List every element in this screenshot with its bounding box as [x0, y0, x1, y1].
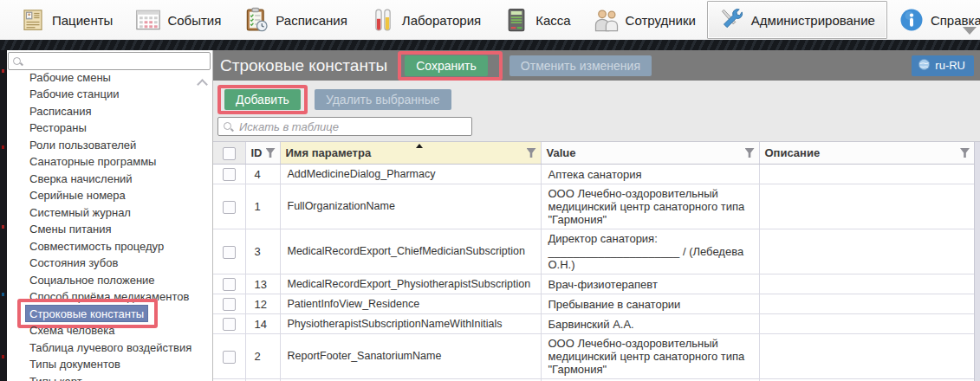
sidebar-item[interactable]: Рабочие станции [7, 86, 212, 103]
table-row[interactable]: 2 ReportFooter_SanatoriumName ООО Лечебн… [213, 334, 975, 379]
column-header-id[interactable]: ID [245, 142, 280, 165]
sidebar-search-input[interactable] [26, 55, 206, 68]
table-row[interactable]: 4 AddMedicineDialog_Pharmacy Аптека сана… [213, 165, 975, 184]
column-label: Описание [765, 146, 821, 159]
main-panel: Строковые константы Сохранить Отменить и… [213, 50, 980, 381]
table-scrollbar[interactable] [974, 142, 980, 381]
toolbar-item-label: Администрирование [751, 13, 875, 28]
table-row[interactable]: 14 PhysiotherapistSubscriptionNameWithIn… [213, 314, 975, 334]
row-checkbox[interactable] [223, 168, 236, 181]
cell-description [759, 314, 975, 334]
cell-description [759, 165, 975, 184]
sidebar-item-label: Социальное положение [26, 272, 159, 287]
sidebar-item-label: Сверка начислений [26, 171, 136, 186]
locale-label: ru-RU [935, 59, 965, 72]
cell-parameter-name: MedicalRecordExport_PhysiotherapistSubsc… [280, 274, 541, 294]
row-checkbox[interactable] [223, 351, 236, 364]
filter-icon[interactable] [745, 148, 755, 158]
row-checkbox[interactable] [223, 201, 236, 214]
sidebar-item[interactable]: Социальное положение [7, 271, 212, 288]
sidebar-search [8, 52, 211, 70]
add-button[interactable]: Добавить [224, 89, 301, 110]
chevron-down-icon[interactable] [963, 27, 977, 35]
sidebar-item[interactable]: Расписания [7, 102, 212, 119]
sidebar-item[interactable]: Совместимость процедур [7, 237, 212, 255]
toolbar-item-employees[interactable]: Сотрудники [582, 2, 707, 38]
table-search-input[interactable] [237, 119, 467, 134]
toolbar-item-label: Расписания [276, 13, 347, 28]
search-icon [12, 56, 23, 67]
column-label: Value [547, 146, 576, 159]
cell-value: ООО Лечебно-оздоровительный медицинский … [541, 334, 759, 379]
cell-value: Директор санатория: ____________________… [541, 229, 759, 274]
sidebar-item-label: Типы документов [26, 356, 124, 371]
sidebar-item[interactable]: Сверка начислений [7, 170, 212, 187]
cell-checkbox [213, 294, 245, 314]
sort-ascending-icon [416, 144, 423, 148]
toolbar-item-administration[interactable]: Администрирование [707, 1, 887, 39]
sidebar-item[interactable]: Типы карт [7, 372, 212, 381]
cell-parameter-name: FullOrganizationName [280, 184, 541, 229]
column-header-description[interactable]: Описание [759, 142, 975, 165]
delete-selected-button[interactable]: Удалить выбранные [315, 89, 451, 110]
toolbar-item-events[interactable]: События [124, 2, 232, 38]
save-button[interactable]: Сохранить [405, 55, 488, 76]
cell-description [759, 229, 975, 274]
toolbar-item-cash[interactable]: Касса [492, 2, 581, 38]
select-all-checkbox[interactable] [223, 147, 236, 160]
sidebar-item[interactable]: Таблица лучевого воздействия [7, 339, 212, 356]
table-row[interactable]: 1 FullOrganizationName ООО Лечебно-оздор… [213, 184, 975, 229]
column-header-value[interactable]: Value [541, 142, 759, 165]
cell-parameter-name: ReportFooter_SanatoriumName [280, 334, 541, 379]
sidebar-item[interactable]: Рабочие смены [7, 73, 212, 86]
constants-table: ID Имя параметра Value Описание 4 AddMed… [213, 142, 975, 381]
row-checkbox[interactable] [223, 318, 236, 331]
sidebar-item[interactable]: Санаторные программы [7, 153, 212, 171]
sidebar-item[interactable]: Смены питания [7, 221, 212, 238]
sidebar-item-label: Схема человека [26, 322, 118, 338]
row-checkbox[interactable] [223, 278, 236, 291]
app-window: Пациенты События Расписания Лаборатория … [0, 0, 980, 381]
employees-icon [594, 7, 620, 33]
column-header-parameter-name[interactable]: Имя параметра [280, 142, 541, 165]
filter-icon[interactable] [960, 148, 970, 158]
cell-description [759, 274, 975, 294]
sidebar-item[interactable]: Способ приёма медикаментов [7, 288, 212, 306]
annotation-box-add: Добавить [217, 85, 308, 114]
table-row[interactable]: 12 PatientInfoView_Residence Пребывание … [213, 294, 975, 314]
schedules-icon [243, 7, 269, 33]
cell-checkbox [213, 334, 245, 379]
sidebar-item[interactable]: Рестораны [7, 119, 212, 137]
cancel-changes-button[interactable]: Отменить изменения [509, 55, 652, 76]
sidebar-item-label: Типы карт [26, 373, 86, 381]
filter-icon[interactable] [527, 148, 536, 158]
sidebar-item-label: Роли пользователей [26, 137, 140, 152]
sidebar-item[interactable]: Состояния зубов [7, 255, 212, 272]
events-icon [135, 7, 161, 33]
toolbar-item-laboratory[interactable]: Лаборатория [359, 2, 492, 38]
table-row[interactable]: 13 MedicalRecordExport_PhysiotherapistSu… [213, 274, 975, 294]
row-checkbox[interactable] [223, 298, 236, 311]
cell-parameter-name: PhysiotherapistSubscriptionNameWithIniti… [280, 314, 541, 334]
select-all-header [213, 142, 245, 165]
cell-description [759, 294, 975, 314]
toolbar-item-schedules[interactable]: Расписания [232, 2, 358, 38]
sidebar-item[interactable]: Серийные номера [7, 187, 212, 204]
sidebar-item-label: Состояния зубов [26, 255, 121, 270]
table-header-row: ID Имя параметра Value Описание [213, 142, 975, 165]
sidebar-item[interactable]: Схема человека [7, 322, 212, 339]
sidebar-item[interactable]: Системный журнал [7, 203, 212, 221]
sidebar-item[interactable]: Типы документов [7, 356, 212, 373]
cell-id: 14 [245, 314, 280, 334]
sidebar-item[interactable]: Роли пользователей [7, 136, 212, 153]
sidebar-item[interactable]: Строковые константы [7, 305, 212, 322]
cell-id: 1 [245, 184, 280, 229]
sidebar-item-label: Расписания [26, 103, 94, 119]
toolbar-item-label: Справка [931, 13, 980, 28]
toolbar-item-patients[interactable]: Пациенты [9, 2, 124, 38]
left-edge-strip [0, 50, 7, 381]
row-checkbox[interactable] [223, 246, 236, 259]
filter-icon[interactable] [266, 148, 276, 158]
locale-button[interactable]: ru-RU [912, 55, 974, 76]
table-row[interactable]: 3 MedicalRecordExport_ChiefMedicianSubsc… [213, 229, 975, 274]
